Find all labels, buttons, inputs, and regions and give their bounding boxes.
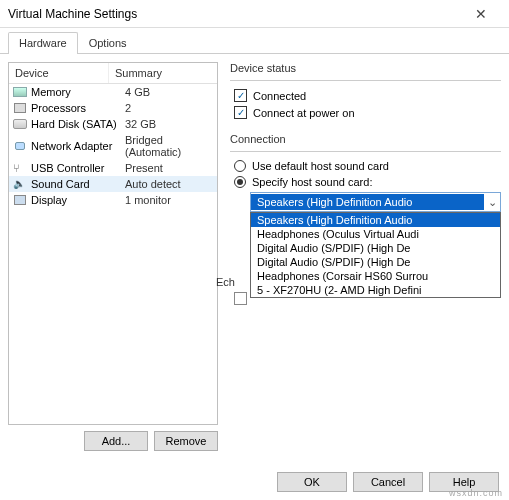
dropdown-option[interactable]: Digital Audio (S/PDIF) (High De	[251, 255, 500, 269]
connect-at-poweron-checkbox[interactable]	[234, 106, 247, 119]
sound-card-dropdown: Speakers (High Definition Audio Headphon…	[250, 212, 501, 298]
use-default-label: Use default host sound card	[252, 160, 389, 172]
add-button[interactable]: Add...	[84, 431, 148, 451]
connected-checkbox[interactable]	[234, 89, 247, 102]
watermark: wsxdn.com	[449, 488, 503, 498]
tab-hardware[interactable]: Hardware	[8, 32, 78, 54]
cpu-icon	[13, 102, 27, 114]
dropdown-option[interactable]: 5 - XF270HU (2- AMD High Defini	[251, 283, 500, 297]
chevron-down-icon: ⌄	[484, 196, 500, 209]
use-default-radio[interactable]	[234, 160, 246, 172]
echo-label-partial: Ech	[216, 276, 235, 288]
window-title: Virtual Machine Settings	[8, 7, 461, 21]
device-table: Device Summary Memory4 GB Processors2 Ha…	[8, 62, 218, 425]
disk-icon	[13, 118, 27, 130]
dropdown-option[interactable]: Digital Audio (S/PDIF) (High De	[251, 241, 500, 255]
table-row[interactable]: Network AdapterBridged (Automatic)	[9, 132, 217, 160]
tab-strip: Hardware Options	[0, 28, 509, 54]
table-row[interactable]: Processors2	[9, 100, 217, 116]
memory-icon	[13, 86, 27, 98]
sound-icon	[13, 178, 27, 190]
usb-icon	[13, 162, 27, 174]
cancel-button[interactable]: Cancel	[353, 472, 423, 492]
table-row[interactable]: USB ControllerPresent	[9, 160, 217, 176]
table-row[interactable]: Display1 monitor	[9, 192, 217, 208]
dropdown-option[interactable]: Headphones (Corsair HS60 Surrou	[251, 269, 500, 283]
combo-selected: Speakers (High Definition Audio	[251, 194, 484, 210]
specify-radio[interactable]	[234, 176, 246, 188]
device-status-title: Device status	[230, 62, 501, 74]
connected-label: Connected	[253, 90, 306, 102]
title-bar: Virtual Machine Settings ✕	[0, 0, 509, 28]
col-summary[interactable]: Summary	[109, 63, 217, 83]
table-row[interactable]: Sound CardAuto detect	[9, 176, 217, 192]
close-icon[interactable]: ✕	[461, 6, 501, 22]
display-icon	[13, 194, 27, 206]
connection-title: Connection	[230, 133, 501, 145]
sound-card-combo[interactable]: Speakers (High Definition Audio ⌄	[250, 192, 501, 212]
remove-button[interactable]: Remove	[154, 431, 218, 451]
network-icon	[13, 140, 27, 152]
table-row[interactable]: Memory4 GB	[9, 84, 217, 100]
col-device[interactable]: Device	[9, 63, 109, 83]
dropdown-option[interactable]: Speakers (High Definition Audio	[251, 213, 500, 227]
table-row[interactable]: Hard Disk (SATA)32 GB	[9, 116, 217, 132]
connect-at-poweron-label: Connect at power on	[253, 107, 355, 119]
echo-checkbox[interactable]	[234, 292, 247, 305]
specify-label: Specify host sound card:	[252, 176, 372, 188]
tab-options[interactable]: Options	[78, 32, 138, 54]
ok-button[interactable]: OK	[277, 472, 347, 492]
dropdown-option[interactable]: Headphones (Oculus Virtual Audi	[251, 227, 500, 241]
